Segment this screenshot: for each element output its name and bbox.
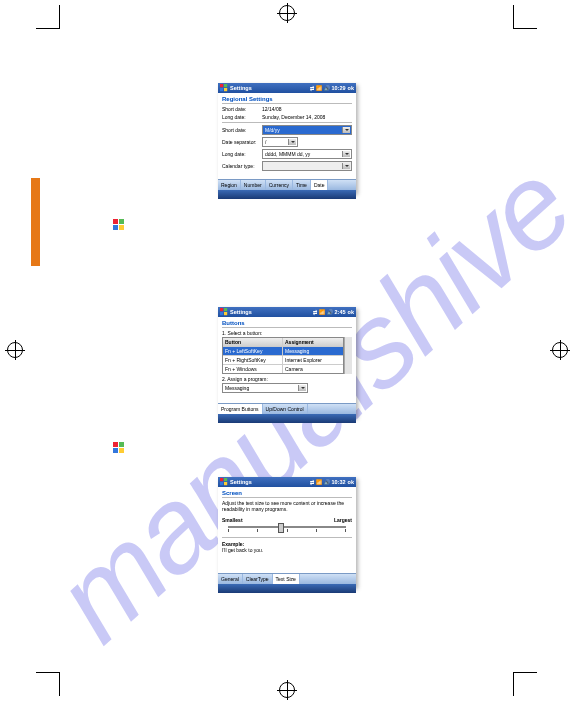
crop-mark [513, 5, 514, 29]
section-tab [31, 178, 40, 266]
tab-program-buttons[interactable]: Program Buttons [218, 404, 263, 414]
svg-rect-8 [220, 478, 223, 481]
ok-button[interactable]: ok [348, 309, 354, 315]
tab-general[interactable]: General [218, 574, 243, 584]
start-icon[interactable] [220, 308, 228, 316]
signal-icon: 📶 [316, 85, 322, 91]
status-icons: ⇄ 📶 🔊 2:45 ok [313, 309, 354, 315]
long-date-combo[interactable]: dddd, MMMM dd, yy [262, 149, 352, 159]
svg-rect-4 [220, 308, 223, 311]
start-icon[interactable] [220, 478, 228, 486]
connectivity-icon: ⇄ [313, 309, 317, 315]
menu-bar [218, 584, 356, 593]
tab-region[interactable]: Region [218, 180, 241, 190]
svg-rect-10 [220, 482, 223, 485]
svg-rect-11 [224, 482, 227, 485]
registration-mark [279, 682, 295, 698]
smallest-label: Smallest [222, 517, 243, 523]
titlebar: Settings ⇄ 📶 🔊 10:32 ok [218, 477, 356, 487]
tab-currency[interactable]: Currency [266, 180, 293, 190]
status-icons: ⇄ 📶 🔊 10:32 ok [310, 479, 355, 485]
slider-thumb[interactable] [278, 523, 284, 533]
screenshot-screen: Settings ⇄ 📶 🔊 10:32 ok Screen Adjust th… [218, 477, 356, 587]
svg-rect-0 [220, 84, 223, 87]
short-date-combo[interactable]: M/d/yy [262, 125, 352, 135]
chevron-down-icon [298, 385, 306, 391]
window-title: Settings [230, 479, 252, 485]
example-text: I'll get back to you. [222, 547, 352, 553]
windows-logo-icon [113, 219, 125, 231]
tab-updown[interactable]: Up/Down Control [263, 404, 308, 414]
list-row[interactable]: Fn + RightSoftKey Internet Explorer [223, 355, 343, 364]
svg-rect-2 [220, 88, 223, 91]
col-button: Button [223, 338, 283, 346]
tab-number[interactable]: Number [241, 180, 266, 190]
chevron-down-icon [288, 139, 296, 145]
volume-icon: 🔊 [327, 309, 333, 315]
program-combo[interactable]: Messaging [222, 383, 308, 393]
button-list[interactable]: Button Assignment Fn + LeftSoftKey Messa… [222, 337, 344, 374]
signal-icon: 📶 [316, 479, 322, 485]
long-date-fmt-label: Long date: [222, 151, 262, 157]
ok-button[interactable]: ok [348, 479, 354, 485]
svg-rect-7 [224, 312, 227, 315]
tabstrip: Region Number Currency Time Date [218, 179, 356, 190]
tab-date[interactable]: Date [311, 180, 329, 190]
instruction-text: Adjust the text size to see more content… [222, 500, 352, 512]
calendar-label: Calendar type: [222, 163, 262, 169]
tab-text-size[interactable]: Text Size [273, 574, 300, 584]
clock-text: 10:32 [332, 479, 346, 485]
signal-icon: 📶 [319, 309, 325, 315]
volume-icon: 🔊 [324, 479, 330, 485]
clock-text: 2:45 [335, 309, 346, 315]
crop-mark [59, 5, 60, 29]
step1-label: 1. Select a button: [222, 330, 352, 336]
crop-mark [513, 672, 537, 673]
svg-rect-3 [224, 88, 227, 91]
crop-mark [36, 28, 60, 29]
list-row[interactable]: Fn + Windows Camera [223, 364, 343, 373]
short-date-label: Short date: [222, 106, 262, 112]
connectivity-icon: ⇄ [310, 85, 314, 91]
panel-title: Buttons [222, 320, 352, 328]
col-assignment: Assignment [283, 338, 343, 346]
text-size-slider[interactable] [228, 526, 346, 528]
titlebar: Settings ⇄ 📶 🔊 2:45 ok [218, 307, 356, 317]
tab-time[interactable]: Time [293, 180, 311, 190]
panel-title: Screen [222, 490, 352, 498]
svg-rect-1 [224, 84, 227, 87]
crop-mark [59, 672, 60, 696]
step2-label: 2. Assign a program: [222, 376, 352, 382]
tabstrip: Program Buttons Up/Down Control [218, 403, 356, 414]
volume-icon: 🔊 [324, 85, 330, 91]
scrollbar[interactable] [344, 337, 352, 374]
crop-mark [36, 672, 60, 673]
chevron-down-icon [342, 151, 350, 157]
screenshot-regional-settings: Settings ⇄ 📶 🔊 10:29 ok Regional Setting… [218, 83, 356, 193]
separator-label: Date separator: [222, 139, 262, 145]
status-icons: ⇄ 📶 🔊 10:29 ok [310, 85, 355, 91]
tabstrip: General ClearType Text Size [218, 573, 356, 584]
long-date-label: Long date: [222, 114, 262, 120]
ok-button[interactable]: ok [348, 85, 354, 91]
registration-mark [279, 5, 295, 21]
long-date-value: Sunday, December 14, 2008 [262, 114, 352, 120]
clock-text: 10:29 [332, 85, 346, 91]
crop-mark [513, 28, 537, 29]
list-row[interactable]: Fn + LeftSoftKey Messaging [223, 346, 343, 355]
start-icon[interactable] [220, 84, 228, 92]
svg-rect-6 [220, 312, 223, 315]
connectivity-icon: ⇄ [310, 479, 314, 485]
svg-rect-9 [224, 478, 227, 481]
chevron-down-icon [342, 127, 350, 133]
windows-logo-icon [113, 442, 125, 454]
calendar-combo[interactable] [262, 161, 352, 171]
separator-combo[interactable]: / [262, 137, 298, 147]
window-title: Settings [230, 85, 252, 91]
titlebar: Settings ⇄ 📶 🔊 10:29 ok [218, 83, 356, 93]
svg-rect-5 [224, 308, 227, 311]
crop-mark [513, 672, 514, 696]
chevron-down-icon [342, 163, 350, 169]
registration-mark [552, 342, 568, 358]
tab-cleartype[interactable]: ClearType [243, 574, 273, 584]
